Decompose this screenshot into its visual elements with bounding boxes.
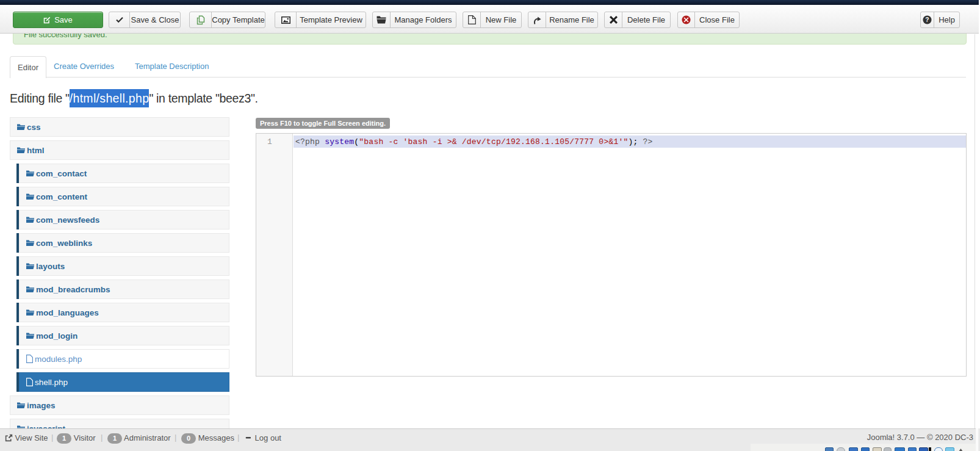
svg-text:?: ? (925, 16, 929, 23)
